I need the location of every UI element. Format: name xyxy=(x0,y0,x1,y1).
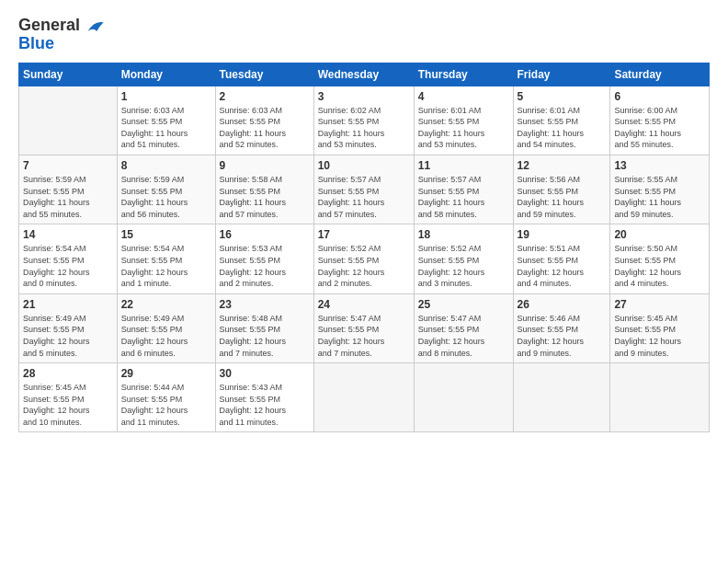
col-header-wednesday: Wednesday xyxy=(313,63,414,86)
day-cell: 17Sunrise: 5:52 AM Sunset: 5:55 PM Dayli… xyxy=(313,224,414,293)
day-cell: 9Sunrise: 5:58 AM Sunset: 5:55 PM Daylig… xyxy=(215,155,313,224)
day-info: Sunrise: 6:01 AM Sunset: 5:55 PM Dayligh… xyxy=(518,105,607,151)
day-cell: 1Sunrise: 6:03 AM Sunset: 5:55 PM Daylig… xyxy=(117,86,215,155)
day-info: Sunrise: 5:59 AM Sunset: 5:55 PM Dayligh… xyxy=(121,174,211,220)
day-info: Sunrise: 5:44 AM Sunset: 5:55 PM Dayligh… xyxy=(121,382,211,428)
logo-blue: Blue xyxy=(18,34,54,52)
day-info: Sunrise: 6:02 AM Sunset: 5:55 PM Dayligh… xyxy=(318,105,410,151)
week-row-4: 21Sunrise: 5:49 AM Sunset: 5:55 PM Dayli… xyxy=(19,293,710,362)
col-header-saturday: Saturday xyxy=(610,63,710,86)
day-number: 21 xyxy=(23,298,113,311)
week-row-2: 7Sunrise: 5:59 AM Sunset: 5:55 PM Daylig… xyxy=(19,155,710,224)
day-number: 2 xyxy=(220,90,310,103)
day-number: 19 xyxy=(518,228,607,241)
day-number: 20 xyxy=(614,228,705,241)
day-cell: 26Sunrise: 5:46 AM Sunset: 5:55 PM Dayli… xyxy=(513,293,610,362)
col-header-friday: Friday xyxy=(513,63,610,86)
day-number: 15 xyxy=(121,228,211,241)
day-number: 29 xyxy=(121,367,211,380)
day-info: Sunrise: 5:47 AM Sunset: 5:55 PM Dayligh… xyxy=(318,313,410,359)
header: General Blue xyxy=(18,17,710,53)
col-header-tuesday: Tuesday xyxy=(215,63,313,86)
day-cell: 13Sunrise: 5:55 AM Sunset: 5:55 PM Dayli… xyxy=(610,155,710,224)
day-cell xyxy=(513,363,610,432)
day-number: 5 xyxy=(518,90,607,103)
day-cell: 29Sunrise: 5:44 AM Sunset: 5:55 PM Dayli… xyxy=(117,363,215,432)
day-cell: 28Sunrise: 5:45 AM Sunset: 5:55 PM Dayli… xyxy=(19,363,118,432)
day-info: Sunrise: 6:00 AM Sunset: 5:55 PM Dayligh… xyxy=(614,105,705,151)
day-info: Sunrise: 5:47 AM Sunset: 5:55 PM Dayligh… xyxy=(418,313,509,359)
day-number: 4 xyxy=(418,90,509,103)
day-info: Sunrise: 6:03 AM Sunset: 5:55 PM Dayligh… xyxy=(220,105,310,151)
day-cell: 30Sunrise: 5:43 AM Sunset: 5:55 PM Dayli… xyxy=(215,363,313,432)
day-cell xyxy=(414,363,513,432)
day-number: 25 xyxy=(418,298,509,311)
col-header-thursday: Thursday xyxy=(414,63,513,86)
day-cell: 16Sunrise: 5:53 AM Sunset: 5:55 PM Dayli… xyxy=(215,224,313,293)
day-info: Sunrise: 5:57 AM Sunset: 5:55 PM Dayligh… xyxy=(418,174,509,220)
day-info: Sunrise: 5:54 AM Sunset: 5:55 PM Dayligh… xyxy=(23,243,113,289)
day-number: 8 xyxy=(121,159,211,172)
day-cell: 7Sunrise: 5:59 AM Sunset: 5:55 PM Daylig… xyxy=(19,155,118,224)
day-info: Sunrise: 6:03 AM Sunset: 5:55 PM Dayligh… xyxy=(121,105,211,151)
day-number: 7 xyxy=(23,159,113,172)
day-info: Sunrise: 5:49 AM Sunset: 5:55 PM Dayligh… xyxy=(23,313,113,359)
day-cell: 12Sunrise: 5:56 AM Sunset: 5:55 PM Dayli… xyxy=(513,155,610,224)
logo: General Blue xyxy=(18,17,106,53)
day-cell: 24Sunrise: 5:47 AM Sunset: 5:55 PM Dayli… xyxy=(313,293,414,362)
day-info: Sunrise: 6:01 AM Sunset: 5:55 PM Dayligh… xyxy=(418,105,509,151)
day-info: Sunrise: 5:58 AM Sunset: 5:55 PM Dayligh… xyxy=(220,174,310,220)
week-row-1: 1Sunrise: 6:03 AM Sunset: 5:55 PM Daylig… xyxy=(19,86,710,155)
col-header-monday: Monday xyxy=(117,63,215,86)
day-number: 12 xyxy=(518,159,607,172)
day-info: Sunrise: 5:57 AM Sunset: 5:55 PM Dayligh… xyxy=(318,174,410,220)
week-row-3: 14Sunrise: 5:54 AM Sunset: 5:55 PM Dayli… xyxy=(19,224,710,293)
day-cell: 21Sunrise: 5:49 AM Sunset: 5:55 PM Dayli… xyxy=(19,293,118,362)
day-info: Sunrise: 5:49 AM Sunset: 5:55 PM Dayligh… xyxy=(121,313,211,359)
day-info: Sunrise: 5:48 AM Sunset: 5:55 PM Dayligh… xyxy=(220,313,310,359)
day-cell: 6Sunrise: 6:00 AM Sunset: 5:55 PM Daylig… xyxy=(610,86,710,155)
day-cell: 10Sunrise: 5:57 AM Sunset: 5:55 PM Dayli… xyxy=(313,155,414,224)
day-cell: 3Sunrise: 6:02 AM Sunset: 5:55 PM Daylig… xyxy=(313,86,414,155)
day-info: Sunrise: 5:52 AM Sunset: 5:55 PM Dayligh… xyxy=(418,243,509,289)
day-number: 3 xyxy=(318,90,410,103)
day-cell xyxy=(313,363,414,432)
day-cell: 8Sunrise: 5:59 AM Sunset: 5:55 PM Daylig… xyxy=(117,155,215,224)
day-number: 11 xyxy=(418,159,509,172)
day-cell: 22Sunrise: 5:49 AM Sunset: 5:55 PM Dayli… xyxy=(117,293,215,362)
day-cell: 19Sunrise: 5:51 AM Sunset: 5:55 PM Dayli… xyxy=(513,224,610,293)
day-info: Sunrise: 5:53 AM Sunset: 5:55 PM Dayligh… xyxy=(220,243,310,289)
calendar-table: SundayMondayTuesdayWednesdayThursdayFrid… xyxy=(18,63,710,433)
day-info: Sunrise: 5:43 AM Sunset: 5:55 PM Dayligh… xyxy=(220,382,310,428)
day-number: 17 xyxy=(318,228,410,241)
day-cell: 14Sunrise: 5:54 AM Sunset: 5:55 PM Dayli… xyxy=(19,224,118,293)
day-cell xyxy=(19,86,118,155)
day-cell: 15Sunrise: 5:54 AM Sunset: 5:55 PM Dayli… xyxy=(117,224,215,293)
day-info: Sunrise: 5:59 AM Sunset: 5:55 PM Dayligh… xyxy=(23,174,113,220)
day-number: 26 xyxy=(518,298,607,311)
day-cell: 20Sunrise: 5:50 AM Sunset: 5:55 PM Dayli… xyxy=(610,224,710,293)
day-info: Sunrise: 5:51 AM Sunset: 5:55 PM Dayligh… xyxy=(518,243,607,289)
logo-wordmark: General Blue xyxy=(18,17,106,53)
day-cell: 11Sunrise: 5:57 AM Sunset: 5:55 PM Dayli… xyxy=(414,155,513,224)
logo-general: General xyxy=(18,16,80,34)
day-info: Sunrise: 5:54 AM Sunset: 5:55 PM Dayligh… xyxy=(121,243,211,289)
day-number: 30 xyxy=(220,367,310,380)
day-number: 14 xyxy=(23,228,113,241)
day-number: 16 xyxy=(220,228,310,241)
day-info: Sunrise: 5:45 AM Sunset: 5:55 PM Dayligh… xyxy=(614,313,705,359)
day-cell: 18Sunrise: 5:52 AM Sunset: 5:55 PM Dayli… xyxy=(414,224,513,293)
day-number: 6 xyxy=(614,90,705,103)
day-number: 28 xyxy=(23,367,113,380)
day-number: 27 xyxy=(614,298,705,311)
logo-bird-icon xyxy=(85,17,106,34)
day-info: Sunrise: 5:56 AM Sunset: 5:55 PM Dayligh… xyxy=(518,174,607,220)
day-number: 22 xyxy=(121,298,211,311)
day-number: 18 xyxy=(418,228,509,241)
day-cell xyxy=(610,363,710,432)
day-cell: 5Sunrise: 6:01 AM Sunset: 5:55 PM Daylig… xyxy=(513,86,610,155)
day-number: 10 xyxy=(318,159,410,172)
day-info: Sunrise: 5:46 AM Sunset: 5:55 PM Dayligh… xyxy=(518,313,607,359)
day-cell: 27Sunrise: 5:45 AM Sunset: 5:55 PM Dayli… xyxy=(610,293,710,362)
day-info: Sunrise: 5:55 AM Sunset: 5:55 PM Dayligh… xyxy=(614,174,705,220)
